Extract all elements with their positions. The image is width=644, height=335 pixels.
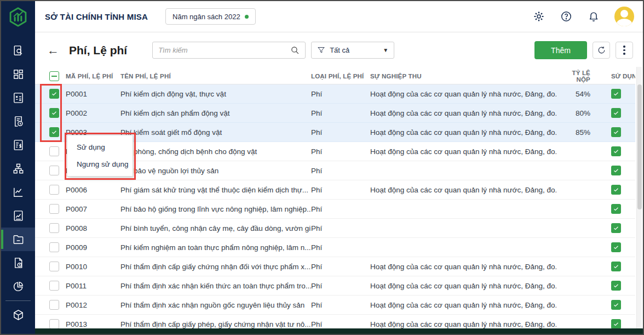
table-row[interactable]: P0010Phí thẩm định cấp giấy chứng nhận đ… <box>35 257 635 276</box>
budget-year-button[interactable]: Năm ngân sách 2022 <box>165 8 256 25</box>
table-row[interactable]: P0007Phí bảo hộ giống trong lĩnh vực nôn… <box>35 200 635 219</box>
sidebar-divider <box>5 300 31 301</box>
sidebar-item-pie-chart[interactable] <box>1 275 35 298</box>
menu-item-stop-use[interactable]: Ngưng sử dụng <box>67 156 133 173</box>
used-checkbox[interactable] <box>598 204 635 214</box>
sidebar-item-document-search[interactable] <box>1 39 35 63</box>
fee-career: Hoạt động của các cơ quan quản lý nhà nư… <box>370 90 556 98</box>
col-header-name[interactable]: TÊN PHÍ, LỆ PHÍ <box>120 73 311 80</box>
used-checkbox[interactable] <box>598 146 635 156</box>
col-header-type[interactable]: LOẠI PHÍ, LỆ PHÍ <box>311 73 370 80</box>
misa-logo[interactable] <box>1 1 35 32</box>
fee-code: P0011 <box>66 282 120 290</box>
invoice-icon <box>12 139 25 151</box>
fee-type: Phí <box>311 282 370 290</box>
help-icon[interactable] <box>560 10 573 23</box>
checkbox-checked-icon <box>611 319 621 328</box>
row-checkbox[interactable] <box>35 166 66 175</box>
settings-icon[interactable] <box>532 10 545 23</box>
sidebar-item-folder[interactable] <box>1 228 35 251</box>
fee-code: P0013 <box>66 320 120 328</box>
row-checkbox[interactable] <box>35 89 66 99</box>
search-icon[interactable] <box>290 46 300 55</box>
sidebar-item-file-clock[interactable] <box>1 251 35 275</box>
row-checkbox[interactable] <box>35 223 66 233</box>
refresh-icon <box>597 46 606 55</box>
budget-year-label: Năm ngân sách 2022 <box>173 13 240 21</box>
used-checkbox[interactable] <box>598 108 635 118</box>
filter-dropdown[interactable]: Tất cả ▼ <box>311 42 394 59</box>
used-checkbox[interactable] <box>598 127 635 137</box>
more-options-button[interactable] <box>616 42 633 59</box>
table-row[interactable]: P0002Phí kiểm dịch sản phẩm động vậtPhíH… <box>35 104 635 123</box>
used-checkbox[interactable] <box>598 89 635 99</box>
vertical-scrollbar[interactable] <box>636 67 642 331</box>
used-checkbox[interactable] <box>598 262 635 271</box>
sidebar-item-report-chart[interactable] <box>1 204 35 228</box>
fee-type: Phí <box>311 109 370 117</box>
col-header-career[interactable]: SỰ NGHIỆP THU <box>370 73 556 80</box>
sidebar-item-cube[interactable] <box>1 303 35 327</box>
table-row[interactable]: P0006Phí giám sát khử trùng vật thể thuộ… <box>35 180 635 200</box>
checkbox-checked-icon <box>611 89 621 99</box>
row-checkbox[interactable] <box>35 281 66 291</box>
row-checkbox[interactable] <box>35 319 66 328</box>
used-checkbox[interactable] <box>598 319 635 328</box>
checkbox-checked-icon <box>611 242 621 252</box>
table-row[interactable]: P0011Phí thẩm định xác nhận kiến thức an… <box>35 276 635 296</box>
select-all-checkbox[interactable] <box>35 71 66 81</box>
fee-name: Phí kiểm soát giết mổ động vật <box>120 128 311 137</box>
used-checkbox[interactable] <box>598 166 635 175</box>
fee-career: Hoạt động của các cơ quan quản lý nhà nư… <box>370 263 556 271</box>
fee-career: Hoạt động của các cơ quan quản lý nhà nư… <box>370 147 556 156</box>
fee-name: Phí giám sát khử trùng vật thể thuộc diệ… <box>120 186 311 194</box>
fee-type: Phí <box>311 263 370 271</box>
used-checkbox[interactable] <box>598 242 635 252</box>
row-checkbox[interactable] <box>35 108 66 118</box>
folder-icon <box>12 233 25 246</box>
notifications-icon[interactable] <box>587 10 600 23</box>
funnel-icon <box>317 46 325 54</box>
used-checkbox[interactable] <box>598 281 635 291</box>
fee-career: Hoạt động của các cơ quan quản lý nhà nư… <box>370 186 556 194</box>
col-header-code[interactable]: MÃ PHÍ, LỆ PHÍ <box>66 73 120 80</box>
row-checkbox[interactable] <box>35 204 66 214</box>
table-row[interactable]: P0012Phí thẩm định xác nhận nguồn gốc ng… <box>35 296 635 315</box>
row-checkbox[interactable] <box>35 262 66 271</box>
row-checkbox[interactable] <box>35 127 66 137</box>
used-checkbox[interactable] <box>598 300 635 310</box>
user-avatar[interactable] <box>614 7 634 26</box>
fee-rate: 85% <box>556 128 598 137</box>
row-checkbox[interactable] <box>35 185 66 195</box>
fee-type: Phí <box>311 147 370 156</box>
sidebar-item-invoice[interactable] <box>1 133 35 157</box>
used-checkbox[interactable] <box>598 223 635 233</box>
scrollbar-thumb[interactable] <box>637 84 642 209</box>
fee-career: Hoạt động của các cơ quan quản lý nhà nư… <box>370 109 556 117</box>
table-row[interactable]: P0013Phí thẩm định cấp giấy phép, giấy c… <box>35 315 635 328</box>
col-header-rate[interactable]: TỶ LỆ NỘP <box>556 70 598 83</box>
table-row[interactable]: P0001Phí kiểm dịch động vật, thực vậtPhí… <box>35 84 635 104</box>
used-checkbox[interactable] <box>598 185 635 195</box>
fee-name: Phí kiểm nghiệm an toàn thực phẩm nông n… <box>120 243 311 252</box>
refresh-button[interactable] <box>593 42 610 59</box>
row-checkbox[interactable] <box>35 300 66 310</box>
back-arrow-icon[interactable]: ← <box>47 44 59 56</box>
sidebar-item-calculator[interactable] <box>1 86 35 110</box>
fee-code: P0012 <box>66 301 120 309</box>
table-row[interactable]: P0009Phí kiểm nghiệm an toàn thực phẩm n… <box>35 238 635 257</box>
sidebar-item-organization[interactable] <box>1 157 35 180</box>
footer-band <box>34 328 643 334</box>
sidebar-item-dashboard[interactable] <box>1 63 35 86</box>
menu-item-use[interactable]: Sử dụng <box>67 139 133 156</box>
sidebar-item-report-history[interactable] <box>1 110 35 133</box>
sidebar-item-line-chart[interactable] <box>1 180 35 204</box>
add-button[interactable]: Thêm <box>534 41 587 59</box>
row-checkbox[interactable] <box>35 242 66 252</box>
checkbox-checked-icon <box>49 108 59 118</box>
col-header-used[interactable]: SỬ DỤNG <box>598 73 635 80</box>
search-input[interactable] <box>153 46 290 54</box>
search-box <box>152 42 306 59</box>
table-row[interactable]: P0008Phí bình tuyển, công nhận cây mẹ, c… <box>35 219 635 238</box>
row-checkbox[interactable] <box>35 146 66 156</box>
